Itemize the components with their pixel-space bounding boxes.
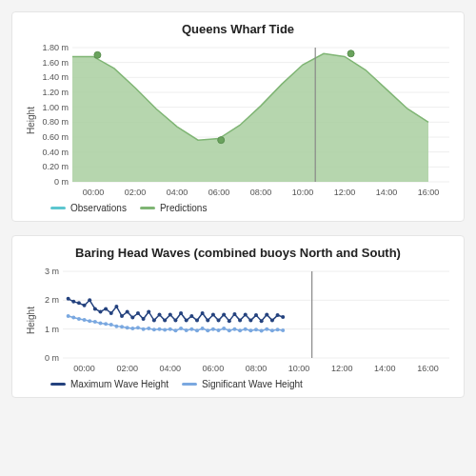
- svg-point-73: [185, 328, 188, 332]
- waves-plot: 0 m1 m2 m3 m00:0002:0004:0006:0008:0010:…: [36, 266, 453, 375]
- svg-text:0.80 m: 0.80 m: [42, 117, 69, 127]
- svg-point-72: [179, 327, 183, 330]
- svg-point-92: [67, 297, 70, 301]
- svg-point-56: [93, 320, 97, 324]
- svg-point-101: [114, 305, 118, 308]
- svg-point-74: [189, 327, 193, 331]
- svg-point-94: [77, 301, 81, 305]
- svg-text:1.60 m: 1.60 m: [42, 58, 69, 68]
- svg-point-82: [232, 327, 236, 331]
- svg-point-58: [104, 322, 108, 326]
- svg-point-57: [98, 322, 102, 326]
- svg-point-115: [189, 314, 193, 318]
- svg-point-114: [185, 319, 188, 323]
- svg-point-32: [347, 50, 354, 57]
- svg-point-53: [77, 317, 81, 321]
- svg-point-80: [222, 327, 226, 330]
- svg-point-99: [104, 307, 108, 310]
- svg-point-121: [222, 313, 226, 317]
- svg-point-70: [169, 327, 172, 331]
- svg-text:02:00: 02:00: [116, 364, 138, 373]
- svg-point-131: [276, 313, 280, 317]
- svg-point-129: [265, 313, 268, 317]
- svg-point-112: [173, 319, 177, 323]
- svg-point-96: [88, 298, 91, 302]
- svg-point-125: [244, 313, 248, 317]
- svg-point-128: [260, 319, 264, 323]
- svg-text:10:00: 10:00: [288, 364, 310, 373]
- svg-point-93: [71, 300, 75, 304]
- svg-point-122: [228, 319, 231, 323]
- swatch-predictions: [140, 207, 155, 209]
- legend-predictions: Predictions: [140, 203, 207, 213]
- svg-point-95: [83, 304, 87, 307]
- svg-text:00:00: 00:00: [83, 188, 105, 197]
- swatch-sig-wave: [182, 383, 197, 386]
- legend-sig-wave: Significant Wave Height: [182, 379, 303, 389]
- svg-point-51: [67, 314, 70, 318]
- svg-point-104: [130, 316, 134, 320]
- svg-point-123: [232, 312, 236, 316]
- svg-point-64: [136, 326, 140, 329]
- svg-text:04:00: 04:00: [167, 188, 188, 197]
- svg-point-68: [158, 327, 162, 331]
- svg-text:02:00: 02:00: [125, 188, 147, 197]
- svg-point-78: [211, 327, 215, 331]
- svg-text:2 m: 2 m: [45, 295, 59, 305]
- svg-point-52: [71, 316, 75, 320]
- tide-chart-wrap: Height 0 m0.20 m0.40 m0.60 m0.80 m1.00 m…: [24, 42, 452, 199]
- svg-text:06:00: 06:00: [203, 364, 225, 373]
- svg-text:00:00: 00:00: [73, 364, 95, 373]
- svg-point-86: [254, 327, 258, 331]
- swatch-max-wave: [50, 383, 66, 386]
- legend-observations: Observations: [50, 203, 127, 213]
- svg-point-124: [238, 319, 242, 323]
- svg-point-126: [248, 319, 252, 323]
- svg-point-89: [270, 328, 274, 332]
- svg-point-76: [201, 327, 205, 330]
- svg-point-108: [152, 319, 156, 323]
- svg-point-102: [120, 314, 124, 318]
- svg-point-81: [228, 328, 231, 332]
- svg-point-100: [109, 311, 113, 315]
- svg-point-75: [195, 328, 199, 332]
- svg-point-117: [201, 311, 205, 315]
- svg-text:0.60 m: 0.60 m: [42, 132, 69, 142]
- swatch-observations: [50, 207, 66, 209]
- svg-text:08:00: 08:00: [246, 364, 268, 373]
- svg-text:12:00: 12:00: [331, 364, 353, 373]
- waves-chart-card: Baring Head Waves (combined buoys North …: [11, 235, 465, 398]
- svg-point-63: [130, 327, 134, 330]
- svg-text:1.00 m: 1.00 m: [42, 103, 69, 112]
- svg-point-84: [244, 327, 248, 331]
- svg-point-69: [163, 328, 167, 332]
- svg-point-110: [163, 319, 167, 323]
- svg-point-90: [276, 327, 280, 331]
- legend-max-wave-label: Maximum Wave Height: [70, 379, 169, 389]
- svg-point-132: [281, 315, 285, 319]
- svg-point-98: [98, 309, 102, 313]
- svg-point-65: [142, 327, 146, 331]
- svg-point-97: [93, 307, 97, 310]
- svg-point-87: [260, 328, 264, 332]
- svg-point-59: [109, 323, 113, 327]
- svg-point-30: [94, 51, 101, 58]
- svg-point-79: [217, 328, 221, 332]
- svg-text:12:00: 12:00: [334, 188, 356, 197]
- svg-text:16:00: 16:00: [418, 188, 440, 197]
- waves-title: Baring Head Waves (combined buoys North …: [24, 246, 452, 260]
- svg-point-85: [248, 328, 252, 332]
- svg-point-130: [270, 319, 274, 323]
- svg-point-66: [147, 327, 150, 330]
- svg-point-103: [126, 309, 129, 313]
- legend-max-wave: Maximum Wave Height: [50, 379, 169, 389]
- svg-point-119: [211, 313, 215, 317]
- svg-text:14:00: 14:00: [376, 188, 398, 197]
- svg-point-91: [281, 328, 285, 332]
- waves-svg: 0 m1 m2 m3 m00:0002:0004:0006:0008:0010:…: [36, 266, 453, 375]
- svg-point-77: [206, 328, 209, 332]
- svg-text:3 m: 3 m: [45, 267, 59, 276]
- svg-text:0.40 m: 0.40 m: [42, 148, 69, 157]
- svg-point-109: [158, 313, 162, 317]
- svg-point-105: [136, 311, 140, 315]
